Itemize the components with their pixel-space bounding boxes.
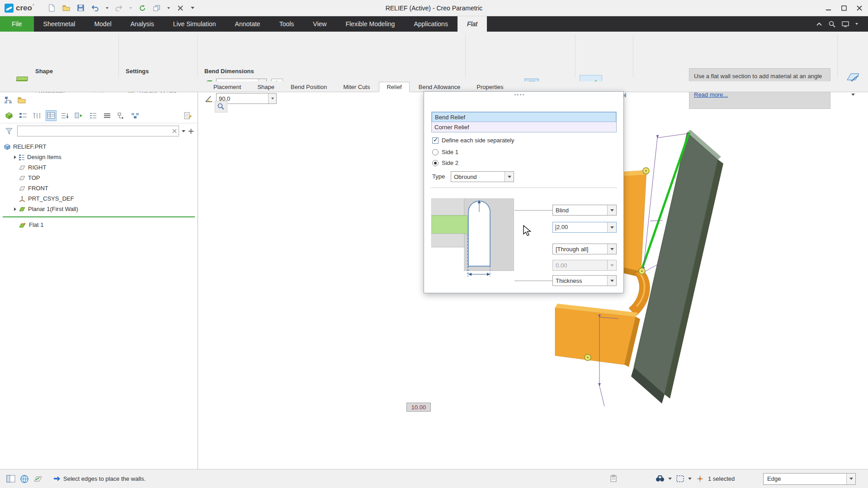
save-icon[interactable] xyxy=(76,3,86,14)
list-item-bend-relief[interactable]: Bend Relief xyxy=(432,112,616,122)
filter-funnel-icon[interactable] xyxy=(4,126,14,136)
lower-wall-face[interactable] xyxy=(555,308,636,365)
maximize-icon[interactable] xyxy=(837,2,851,14)
group-items-icon[interactable] xyxy=(130,110,141,121)
tab-sheetmetal[interactable]: Sheetmetal xyxy=(34,16,85,32)
redo-dropdown-icon[interactable] xyxy=(128,3,133,14)
close-app-icon[interactable] xyxy=(853,2,866,14)
subtab-shape[interactable]: Shape xyxy=(250,82,282,92)
tree-columns-icon[interactable] xyxy=(32,110,42,121)
undo-icon[interactable] xyxy=(90,3,100,14)
tree-row-part[interactable]: RELIEF.PRT xyxy=(0,141,198,152)
minimize-icon[interactable] xyxy=(822,2,835,14)
depth-option-caret-icon[interactable] xyxy=(607,205,616,215)
bend-cylinder[interactable] xyxy=(629,269,650,316)
close-window-icon[interactable] xyxy=(175,3,185,14)
undo-dropdown-icon[interactable] xyxy=(105,3,109,14)
layers-icon[interactable] xyxy=(102,110,113,121)
folder-browser-tab-icon[interactable] xyxy=(16,95,27,106)
windows-dropdown-icon[interactable] xyxy=(166,3,171,14)
subtab-miter-cuts[interactable]: Miter Cuts xyxy=(336,82,377,92)
regenerate-icon[interactable] xyxy=(137,3,147,14)
vertex-marker[interactable] xyxy=(585,354,591,361)
tab-annotate[interactable]: Annotate xyxy=(226,16,270,32)
display-options-icon[interactable] xyxy=(842,21,849,27)
expander-icon[interactable] xyxy=(14,207,16,211)
vertex-marker[interactable] xyxy=(639,268,645,274)
subtab-placement[interactable]: Placement xyxy=(206,82,248,92)
tab-file[interactable]: File xyxy=(0,16,34,32)
define-each-side-checkbox[interactable] xyxy=(432,137,439,144)
tab-tools[interactable]: Tools xyxy=(270,16,304,32)
vertex-marker[interactable] xyxy=(643,168,649,174)
panel-drag-handle[interactable] xyxy=(514,94,524,95)
clear-search-icon[interactable] xyxy=(172,129,177,133)
toggle-tree-icon[interactable] xyxy=(5,474,16,484)
subtab-properties[interactable]: Properties xyxy=(469,82,510,92)
search-icon[interactable] xyxy=(829,21,835,28)
tab-view[interactable]: View xyxy=(303,16,336,32)
tab-analysis[interactable]: Analysis xyxy=(121,16,164,32)
define-each-side-option[interactable]: Define each side separately xyxy=(432,137,514,144)
show-model-icon[interactable] xyxy=(4,110,14,121)
web-browser-icon[interactable] xyxy=(19,474,30,484)
selection-filter-caret-icon[interactable] xyxy=(846,474,855,484)
insert-here-indicator[interactable] xyxy=(3,216,195,217)
tree-row-csys[interactable]: PRT_CSYS_DEF xyxy=(0,193,198,204)
expand-settings-icon[interactable] xyxy=(74,110,85,121)
subtab-bend-allowance[interactable]: Bend Allowance xyxy=(411,82,468,92)
select-box-caret-icon[interactable] xyxy=(688,478,692,480)
tree-row-front[interactable]: FRONT xyxy=(0,183,198,193)
dimension-width-bottom[interactable]: 10.00 xyxy=(406,403,431,412)
model-tree-tab-icon[interactable] xyxy=(3,95,14,106)
sort-rows-icon[interactable] xyxy=(60,110,71,121)
tree-row-top[interactable]: TOP xyxy=(0,173,198,183)
tree-search-input[interactable] xyxy=(17,126,179,136)
side2-option[interactable]: Side 2 xyxy=(432,160,458,166)
selection-filter-select[interactable]: Edge xyxy=(763,473,856,485)
tree-row-planar-wall[interactable]: Planar 1(First Wall) xyxy=(0,204,198,214)
display-panel-icon[interactable] xyxy=(33,474,43,484)
tab-flexible-modeling[interactable]: Flexible Modeling xyxy=(336,16,404,32)
add-filter-icon[interactable] xyxy=(188,128,194,134)
side1-radio[interactable] xyxy=(432,149,439,155)
subtab-relief[interactable]: Relief xyxy=(379,82,409,92)
relief-type-caret-icon[interactable] xyxy=(505,172,514,182)
windows-icon[interactable] xyxy=(152,3,162,14)
clipboard-icon[interactable] xyxy=(608,474,619,484)
side1-option[interactable]: Side 1 xyxy=(432,149,458,155)
side2-radio[interactable] xyxy=(432,160,439,166)
collapse-tree-icon[interactable] xyxy=(116,110,127,121)
find-binoculars-icon[interactable] xyxy=(655,474,665,484)
second-side-caret-icon[interactable] xyxy=(607,244,616,254)
tree-row-design-items[interactable]: Design Items xyxy=(0,152,198,162)
tree-row-right[interactable]: RIGHT xyxy=(0,162,198,173)
redo-icon[interactable] xyxy=(114,3,124,14)
tree-row-flat-wall[interactable]: Flat 1 xyxy=(0,220,198,230)
selection-filter-icon[interactable] xyxy=(694,474,705,484)
tab-model[interactable]: Model xyxy=(85,16,121,32)
width-option-select[interactable]: Thickness xyxy=(552,275,617,286)
search-options-caret-icon[interactable] xyxy=(182,130,185,132)
tree-grid-icon[interactable] xyxy=(46,110,57,121)
tab-live-simulation[interactable]: Live Simulation xyxy=(164,16,226,32)
subtab-bend-position[interactable]: Bend Position xyxy=(283,82,334,92)
minimize-ribbon-icon[interactable] xyxy=(816,22,822,26)
tab-applications[interactable]: Applications xyxy=(404,16,458,32)
zoom-tool-icon[interactable] xyxy=(215,101,227,113)
new-document-icon[interactable] xyxy=(47,3,57,14)
tab-flat[interactable]: Flat xyxy=(458,16,487,32)
tree-filters-icon[interactable] xyxy=(18,110,28,121)
select-box-icon[interactable] xyxy=(675,474,685,484)
expander-icon[interactable] xyxy=(14,155,16,159)
display-options-caret-icon[interactable] xyxy=(855,23,858,25)
customize-toolbar-icon[interactable] xyxy=(190,3,195,14)
depth-option-select[interactable]: Blind xyxy=(552,205,617,216)
tree-notes-icon[interactable] xyxy=(182,110,193,121)
depth-value-caret-icon[interactable] xyxy=(607,222,616,232)
relief-type-select[interactable]: Obround xyxy=(451,171,514,182)
depth-value-input[interactable]: 2.00 xyxy=(552,222,617,233)
tree-search-field[interactable] xyxy=(19,128,172,135)
find-caret-icon[interactable] xyxy=(668,478,672,480)
width-option-caret-icon[interactable] xyxy=(607,276,616,286)
